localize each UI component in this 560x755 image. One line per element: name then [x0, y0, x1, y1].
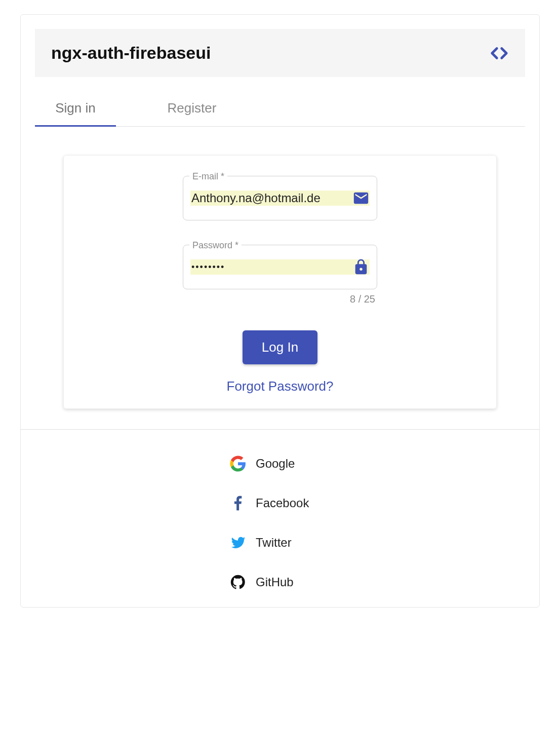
google-icon: [229, 455, 247, 472]
provider-twitter-label: Twitter: [256, 536, 292, 550]
tab-signin[interactable]: Sign in: [35, 91, 116, 127]
provider-google-button[interactable]: Google: [229, 448, 331, 479]
provider-twitter-button[interactable]: Twitter: [229, 527, 331, 558]
signin-form: E-mail * Password * 8 / 25: [63, 155, 497, 409]
auth-providers: Google Facebook Twitter: [21, 429, 539, 607]
twitter-icon: [229, 534, 247, 551]
password-field-wrap: Password * 8 / 25: [183, 245, 377, 305]
code-icon[interactable]: [490, 44, 509, 63]
auth-card: ngx-auth-firebaseui Sign in Register E-m…: [20, 14, 540, 608]
provider-github-label: GitHub: [256, 575, 294, 589]
password-label: Password *: [189, 240, 242, 251]
provider-facebook-label: Facebook: [256, 496, 309, 510]
forgot-password-link[interactable]: Forgot Password?: [227, 379, 334, 394]
tab-register[interactable]: Register: [151, 91, 232, 126]
card-title: ngx-auth-firebaseui: [51, 43, 211, 63]
github-icon: [229, 574, 247, 591]
email-label: E-mail *: [189, 171, 227, 182]
card-header: ngx-auth-firebaseui: [35, 29, 525, 77]
auth-tabs: Sign in Register: [35, 91, 525, 127]
password-input[interactable]: [190, 259, 349, 275]
provider-github-button[interactable]: GitHub: [229, 567, 331, 598]
email-field-wrap: E-mail *: [183, 176, 377, 220]
provider-facebook-button[interactable]: Facebook: [229, 487, 331, 519]
mail-icon: [352, 190, 370, 207]
lock-icon: [352, 258, 370, 276]
facebook-icon: [229, 495, 247, 512]
password-char-count: 8 / 25: [183, 293, 377, 305]
email-input[interactable]: [190, 191, 349, 206]
email-field-box: E-mail *: [183, 176, 377, 220]
login-button[interactable]: Log In: [243, 330, 317, 364]
provider-google-label: Google: [256, 457, 295, 471]
password-field-box: Password *: [183, 245, 377, 289]
